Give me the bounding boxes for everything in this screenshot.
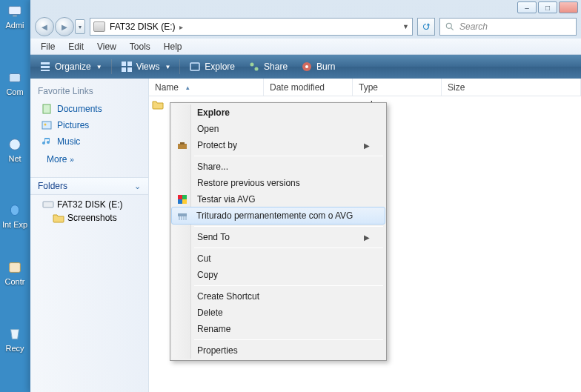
close-button[interactable] bbox=[559, 1, 578, 13]
column-name[interactable]: Name ▴ bbox=[149, 79, 264, 96]
explore-button[interactable]: Explore bbox=[185, 59, 239, 74]
svg-rect-10 bbox=[122, 62, 126, 66]
nav-history-dropdown[interactable]: ▾ bbox=[75, 19, 85, 34]
svg-rect-8 bbox=[41, 66, 50, 68]
svg-rect-28 bbox=[182, 199, 187, 204]
svg-rect-7 bbox=[41, 62, 50, 64]
svg-point-21 bbox=[44, 124, 47, 126]
organize-button[interactable]: Organize ▼ bbox=[35, 59, 107, 74]
titlebar: – □ bbox=[30, 0, 581, 15]
menu-tools[interactable]: Tools bbox=[124, 40, 156, 53]
explore-icon bbox=[189, 61, 201, 73]
desktop-icon[interactable]: Contr bbox=[0, 256, 30, 289]
svg-rect-12 bbox=[122, 67, 126, 72]
svg-point-5 bbox=[446, 23, 451, 28]
navbar: ◄ ► ▾ FAT32 DISK (E:) ▸ ▼ Search bbox=[30, 15, 581, 39]
sidebar: Favorite Links Documents Pictures Music … bbox=[30, 79, 149, 392]
burn-icon bbox=[301, 61, 313, 73]
forward-button[interactable]: ► bbox=[55, 17, 74, 36]
svg-rect-26 bbox=[182, 195, 187, 199]
menu-view[interactable]: View bbox=[91, 40, 122, 53]
toolbar: Organize ▼ Views ▼ Explore Share Burn bbox=[30, 55, 581, 79]
column-headers: Name ▴ Date modified Type Size bbox=[149, 79, 581, 96]
svg-rect-27 bbox=[178, 199, 182, 204]
documents-icon bbox=[41, 103, 53, 115]
ctx-share[interactable]: Share... bbox=[172, 159, 385, 175]
column-type[interactable]: Type bbox=[353, 79, 442, 96]
ctx-create-shortcut[interactable]: Create Shortcut bbox=[172, 288, 385, 305]
svg-rect-23 bbox=[178, 144, 187, 149]
svg-rect-29 bbox=[178, 213, 187, 216]
search-input[interactable]: Search bbox=[439, 18, 577, 36]
svg-rect-13 bbox=[127, 67, 132, 72]
ctx-rename[interactable]: Rename bbox=[172, 321, 385, 337]
back-button[interactable]: ◄ bbox=[35, 17, 54, 36]
maximize-button[interactable]: □ bbox=[538, 1, 557, 13]
briefcase-icon bbox=[176, 139, 188, 151]
views-button[interactable]: Views ▼ bbox=[116, 59, 176, 74]
chevron-down-icon: ▼ bbox=[165, 64, 170, 70]
svg-point-16 bbox=[255, 67, 259, 71]
address-path: FAT32 DISK (E:) bbox=[110, 21, 175, 32]
svg-rect-2 bbox=[10, 74, 21, 82]
views-icon bbox=[121, 61, 133, 73]
ctx-properties[interactable]: Properties bbox=[172, 342, 385, 359]
sort-asc-icon: ▴ bbox=[186, 84, 190, 91]
sidebar-link-pictures[interactable]: Pictures bbox=[30, 117, 148, 133]
desktop-icons: Admi Com Net Int Exp Contr Recy bbox=[0, 0, 30, 356]
ctx-open[interactable]: Open bbox=[172, 121, 385, 137]
ctx-triturado-avg[interactable]: Triturado permanentemente com o AVG bbox=[171, 207, 385, 225]
shredder-icon bbox=[176, 210, 188, 222]
tree-item-folder[interactable]: Screenshots bbox=[39, 211, 148, 225]
svg-rect-14 bbox=[190, 63, 199, 70]
chevron-down-icon: ▼ bbox=[96, 64, 102, 70]
desktop-icon[interactable]: Admi bbox=[0, 0, 30, 33]
svg-rect-1 bbox=[13, 16, 17, 17]
ctx-delete[interactable]: Delete bbox=[172, 305, 385, 321]
ctx-send-to[interactable]: Send To ▶ bbox=[172, 229, 385, 245]
folders-header[interactable]: Folders ⌄ bbox=[30, 177, 148, 195]
music-icon bbox=[41, 136, 53, 147]
desktop-icon[interactable]: Recy bbox=[0, 323, 30, 356]
avg-icon bbox=[176, 193, 188, 205]
svg-rect-4 bbox=[10, 262, 21, 272]
address-dropdown-icon[interactable]: ▼ bbox=[402, 23, 409, 30]
svg-point-3 bbox=[10, 139, 21, 150]
svg-rect-9 bbox=[41, 70, 50, 71]
breadcrumb-arrow-icon[interactable]: ▸ bbox=[179, 23, 183, 31]
folder-tree: FAT32 DISK (E:) Screenshots bbox=[30, 195, 148, 227]
svg-rect-19 bbox=[43, 104, 50, 113]
desktop-icon[interactable]: Net bbox=[0, 133, 30, 166]
submenu-arrow-icon: ▶ bbox=[364, 142, 370, 150]
column-size[interactable]: Size bbox=[442, 79, 581, 96]
search-icon bbox=[445, 21, 455, 32]
organize-icon bbox=[39, 61, 51, 73]
column-date[interactable]: Date modified bbox=[264, 79, 353, 96]
menu-help[interactable]: Help bbox=[158, 40, 188, 53]
ctx-cut[interactable]: Cut bbox=[172, 250, 385, 267]
sidebar-link-documents[interactable]: Documents bbox=[30, 101, 148, 117]
ctx-protect-by[interactable]: Protect by ▶ bbox=[172, 137, 385, 153]
minimize-button[interactable]: – bbox=[517, 1, 537, 13]
desktop-icon[interactable]: Int Exp bbox=[0, 200, 30, 233]
menu-edit[interactable]: Edit bbox=[62, 40, 90, 53]
ctx-copy[interactable]: Copy bbox=[172, 267, 385, 283]
svg-rect-0 bbox=[9, 7, 21, 15]
desktop-icon[interactable]: Com bbox=[0, 67, 30, 99]
refresh-button[interactable] bbox=[417, 18, 435, 36]
search-placeholder: Search bbox=[459, 21, 488, 32]
tree-item-drive[interactable]: FAT32 DISK (E:) bbox=[39, 198, 148, 211]
burn-button[interactable]: Burn bbox=[296, 59, 339, 74]
svg-rect-22 bbox=[43, 202, 53, 207]
ctx-explore[interactable]: Explore bbox=[172, 104, 385, 121]
menu-file[interactable]: File bbox=[35, 40, 61, 53]
ctx-testar-avg[interactable]: Testar via AVG bbox=[172, 191, 385, 207]
sidebar-link-music[interactable]: Music bbox=[30, 133, 148, 150]
ctx-restore[interactable]: Restore previous versions bbox=[172, 175, 385, 191]
address-bar[interactable]: FAT32 DISK (E:) ▸ ▼ bbox=[90, 18, 413, 36]
chevron-right-icon: » bbox=[70, 156, 74, 164]
favorites-header: Favorite Links bbox=[30, 83, 148, 101]
svg-line-6 bbox=[451, 28, 454, 30]
sidebar-more[interactable]: More » bbox=[30, 150, 148, 167]
share-button[interactable]: Share bbox=[244, 59, 292, 74]
